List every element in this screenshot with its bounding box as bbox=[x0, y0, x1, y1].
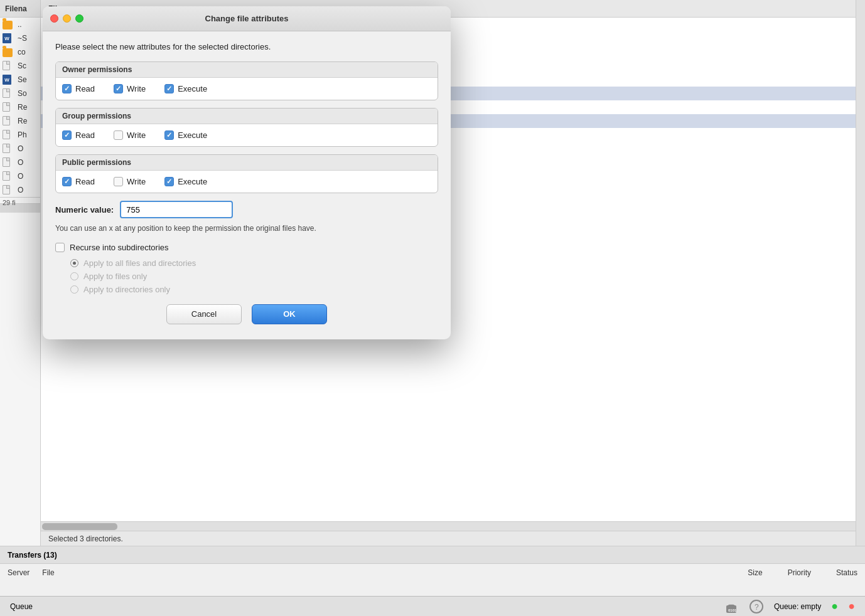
recurse-row: Recurse into subdirectories bbox=[55, 243, 438, 252]
group-write-checkbox-box[interactable] bbox=[114, 130, 123, 140]
filename: So bbox=[18, 89, 27, 98]
owner-execute-checkbox[interactable]: ✓ Execute bbox=[164, 84, 207, 93]
radio-dirs-only[interactable]: Apply to directories only bbox=[70, 285, 438, 294]
public-write-label: Write bbox=[127, 177, 146, 186]
owner-read-label: Read bbox=[75, 84, 95, 93]
size-column: Size bbox=[748, 568, 762, 577]
public-read-checkbox[interactable]: ✓ Read bbox=[62, 177, 95, 186]
ok-button[interactable]: OK bbox=[252, 304, 327, 324]
group-write-checkbox[interactable]: Write bbox=[114, 130, 146, 140]
public-permissions-section: Public permissions ✓ Read Write ✓ Execu bbox=[55, 154, 438, 193]
filename: O bbox=[18, 158, 23, 167]
status-bar: Queue 0101 ? Queue: empty ● ● bbox=[0, 596, 865, 616]
group-execute-checkbox[interactable]: ✓ Execute bbox=[164, 130, 207, 140]
filename: Ph bbox=[18, 130, 27, 139]
owner-execute-checkbox-box[interactable]: ✓ bbox=[164, 84, 174, 93]
list-item[interactable]: W Se bbox=[0, 73, 40, 87]
owner-permissions-row: ✓ Read ✓ Write ✓ Execute bbox=[56, 78, 438, 100]
numeric-value-input[interactable] bbox=[120, 201, 233, 218]
list-item[interactable]: O bbox=[0, 169, 40, 183]
left-panel-title: Filena bbox=[5, 4, 27, 13]
file-status-bar: Selected 3 directories. bbox=[41, 531, 856, 546]
filename: Sc bbox=[18, 61, 26, 70]
file-column: File bbox=[42, 568, 735, 577]
transfer-panel: Transfers (13) Server File Size Priority… bbox=[0, 546, 865, 596]
group-read-checkbox-box[interactable]: ✓ bbox=[62, 130, 72, 140]
status-column: Status bbox=[836, 568, 857, 577]
dialog-buttons: Cancel OK bbox=[55, 304, 438, 329]
server-column: Server bbox=[8, 568, 30, 577]
public-permissions-row: ✓ Read Write ✓ Execute bbox=[56, 171, 438, 193]
owner-execute-label: Execute bbox=[178, 84, 207, 93]
scrollbar-thumb[interactable] bbox=[42, 523, 117, 530]
owner-write-checkbox-box[interactable]: ✓ bbox=[114, 84, 123, 93]
change-attributes-dialog: Change file attributes Please select the… bbox=[43, 6, 451, 339]
filename: Se bbox=[18, 75, 27, 84]
owner-write-checkbox[interactable]: ✓ Write bbox=[114, 84, 146, 93]
filename: co bbox=[18, 48, 26, 56]
dialog-titlebar: Change file attributes bbox=[43, 6, 451, 31]
group-execute-checkbox-box[interactable]: ✓ bbox=[164, 130, 174, 140]
status-bar-right: 0101 ? Queue: empty ● ● bbox=[724, 599, 855, 614]
list-item[interactable]: W ~S bbox=[0, 31, 40, 45]
list-item[interactable]: Ph bbox=[0, 128, 40, 142]
close-button[interactable] bbox=[50, 14, 58, 23]
filename: .. bbox=[18, 20, 22, 29]
dialog-description: Please select the new attributes for the… bbox=[55, 41, 438, 53]
group-write-label: Write bbox=[127, 130, 146, 140]
numeric-value-row: Numeric value: bbox=[55, 201, 438, 218]
cancel-button[interactable]: Cancel bbox=[166, 304, 242, 324]
queue-section: Queue bbox=[10, 602, 33, 611]
public-execute-checkbox-box[interactable]: ✓ bbox=[164, 177, 174, 186]
list-item[interactable]: O bbox=[0, 183, 40, 197]
list-item[interactable]: .. bbox=[0, 18, 40, 31]
public-permissions-header: Public permissions bbox=[56, 155, 438, 171]
queue-label: Queue bbox=[10, 602, 33, 611]
public-read-checkbox-box[interactable]: ✓ bbox=[62, 177, 72, 186]
list-item[interactable]: co bbox=[0, 45, 40, 59]
radio-files-only[interactable]: Apply to files only bbox=[70, 272, 438, 281]
filename: O bbox=[18, 186, 23, 194]
dialog-content: Please select the new attributes for the… bbox=[43, 31, 451, 339]
traffic-lights bbox=[50, 14, 83, 23]
radio-all-label: Apply to all files and directories bbox=[83, 258, 196, 268]
group-permissions-row: ✓ Read Write ✓ Execute bbox=[56, 124, 438, 146]
lock-icon: 0101 bbox=[724, 599, 739, 614]
public-write-checkbox-box[interactable] bbox=[114, 177, 123, 186]
radio-dirs-button[interactable] bbox=[70, 285, 78, 294]
owner-read-checkbox-box[interactable]: ✓ bbox=[62, 84, 72, 93]
transfer-header: Transfers (13) bbox=[0, 546, 865, 564]
list-item[interactable]: O bbox=[0, 156, 40, 169]
radio-all-button[interactable] bbox=[70, 259, 78, 267]
svg-text:0101: 0101 bbox=[728, 608, 737, 612]
radio-files-button[interactable] bbox=[70, 272, 78, 280]
maximize-button[interactable] bbox=[75, 14, 83, 23]
owner-read-checkbox[interactable]: ✓ Read bbox=[62, 84, 95, 93]
horizontal-scrollbar[interactable] bbox=[41, 521, 856, 531]
left-panel-header: Filena bbox=[0, 0, 40, 18]
public-execute-checkbox[interactable]: ✓ Execute bbox=[164, 177, 207, 186]
owner-write-label: Write bbox=[127, 84, 146, 93]
list-item[interactable]: O bbox=[0, 142, 40, 156]
numeric-label: Numeric value: bbox=[55, 205, 114, 215]
recurse-checkbox[interactable] bbox=[55, 243, 65, 252]
dialog-title: Change file attributes bbox=[205, 14, 289, 23]
green-status-dot: ● bbox=[831, 600, 838, 613]
info-icon: ? bbox=[749, 599, 764, 614]
list-item[interactable]: Re bbox=[0, 114, 40, 128]
queue-status: Queue: empty bbox=[774, 602, 821, 611]
list-item[interactable]: Re bbox=[0, 100, 40, 114]
owner-permissions-header: Owner permissions bbox=[56, 62, 438, 78]
group-read-label: Read bbox=[75, 130, 95, 140]
public-write-checkbox[interactable]: Write bbox=[114, 177, 146, 186]
vertical-scrollbar[interactable] bbox=[856, 0, 865, 546]
priority-column: Priority bbox=[788, 568, 811, 577]
recurse-label: Recurse into subdirectories bbox=[70, 243, 169, 252]
list-item[interactable]: Sc bbox=[0, 59, 40, 73]
group-read-checkbox[interactable]: ✓ Read bbox=[62, 130, 95, 140]
radio-all-files[interactable]: Apply to all files and directories bbox=[70, 258, 438, 268]
group-execute-label: Execute bbox=[178, 130, 207, 140]
minimize-button[interactable] bbox=[63, 14, 71, 23]
apply-radio-group: Apply to all files and directories Apply… bbox=[70, 258, 438, 294]
list-item[interactable]: So bbox=[0, 87, 40, 100]
